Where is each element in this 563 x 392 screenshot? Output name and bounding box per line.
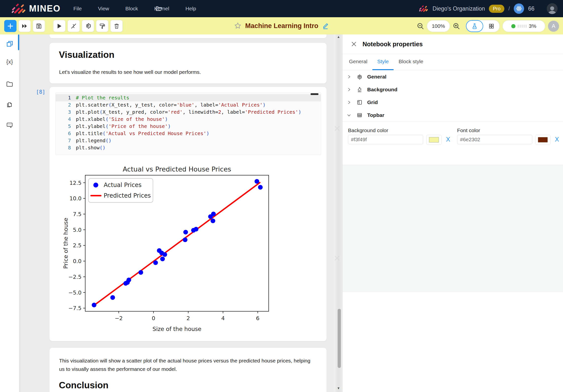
scrollbar-thumb[interactable] <box>338 309 341 368</box>
tab-block-style[interactable]: Block style <box>394 54 428 70</box>
font-color-input[interactable] <box>457 135 532 144</box>
save-button[interactable] <box>33 20 45 32</box>
svg-text:0.0: 0.0 <box>73 258 82 264</box>
code-line[interactable]: 6plt.title('Actual vs Predicted House Pr… <box>56 130 321 137</box>
code-editor[interactable]: 1# Plot the results2plt.scatter(X_test, … <box>55 93 321 155</box>
panel-resize-handle-icon[interactable]: ⤫ <box>335 255 339 262</box>
menu-item-help[interactable]: Help <box>185 6 196 12</box>
favorite-star-icon[interactable] <box>234 22 242 30</box>
font-color-swatch <box>538 137 548 142</box>
usage-bars-icon <box>518 25 527 28</box>
save-icon <box>36 23 42 29</box>
svg-text:6: 6 <box>256 315 260 321</box>
svg-text:Price of the house: Price of the house <box>63 218 69 269</box>
text-block-outro[interactable]: This visualization will show a scatter p… <box>49 347 327 392</box>
org-name[interactable]: Diego's Organization <box>432 5 485 12</box>
org-logo-icon <box>419 4 429 14</box>
menu-item-file[interactable]: File <box>73 6 82 12</box>
run-all-button[interactable] <box>18 20 31 32</box>
line-number: 8 <box>56 144 76 151</box>
svg-text:−2.5: −2.5 <box>68 274 82 280</box>
svg-text:5.0: 5.0 <box>73 227 82 233</box>
svg-text:12.5: 12.5 <box>69 180 82 186</box>
background-color-input[interactable] <box>348 135 423 144</box>
run-block-button[interactable] <box>53 20 66 32</box>
code-text: # Plot the results <box>76 94 129 101</box>
code-line[interactable]: 2plt.scatter(X_test, y_test, color='blue… <box>56 101 321 109</box>
kernel-status-dot <box>511 24 515 28</box>
editor-scrollbar-thumb[interactable] <box>311 93 318 95</box>
section-heading: Visualization <box>59 50 115 60</box>
background-color-swatch <box>429 137 439 142</box>
tab-style[interactable]: Style <box>372 54 394 70</box>
plan-badge: Pro <box>489 5 504 13</box>
fast-forward-icon <box>21 23 28 29</box>
section-topbar[interactable]: Topbar <box>343 109 563 122</box>
zoom-in-icon[interactable] <box>453 22 460 30</box>
panel-resize-handle-icon[interactable]: ⤫ <box>335 125 339 132</box>
code-block-card[interactable]: 1# Plot the results2plt.scatter(X_test, … <box>49 87 327 341</box>
disconnect-button[interactable] <box>67 20 80 32</box>
text-block[interactable]: Visualization Let's visualize the result… <box>49 43 327 84</box>
code-line[interactable]: 3plt.plot(X_test, y_pred, color='red', l… <box>56 109 321 116</box>
scroll-down-arrow[interactable]: ▼ <box>337 386 340 390</box>
menu-item-view[interactable]: View <box>98 6 109 12</box>
zoom-level[interactable]: 100% <box>427 20 450 32</box>
document-title: Machine Learning Intro <box>245 22 318 30</box>
theme-button[interactable] <box>96 20 108 32</box>
zoom-out-icon[interactable] <box>417 22 424 30</box>
svg-text:2.5: 2.5 <box>73 242 82 249</box>
gear-icon <box>85 23 91 29</box>
code-line[interactable]: 7plt.legend() <box>56 137 321 144</box>
lab-view-button[interactable] <box>466 20 483 32</box>
svg-text:0: 0 <box>152 315 155 321</box>
delete-button[interactable] <box>110 20 123 32</box>
topbar-section-body: Background color X Font color X <box>343 123 563 165</box>
grid-view-icon <box>488 23 494 29</box>
line-number: 4 <box>56 116 76 123</box>
scroll-up-arrow[interactable]: ▲ <box>337 35 340 39</box>
svg-text:−7.5: −7.5 <box>68 305 82 311</box>
background-color-swatch-button[interactable] <box>426 135 442 145</box>
add-block-button[interactable] <box>4 20 17 32</box>
sidebar-item-files[interactable] <box>4 79 15 90</box>
sidebar-item-pages[interactable] <box>4 99 15 110</box>
sidebar-item-variables[interactable]: {x} <box>4 56 15 67</box>
close-panel-icon[interactable] <box>351 41 357 47</box>
svg-text:Size of the house: Size of the house <box>152 326 201 332</box>
clear-font-color-icon[interactable]: X <box>555 136 559 143</box>
previous-block-edge <box>49 34 327 38</box>
section-background[interactable]: Background <box>343 83 563 96</box>
paint-roller-icon <box>99 23 105 29</box>
brand-wordmark: MINEO <box>29 3 61 14</box>
code-line[interactable]: 8plt.show() <box>56 144 321 151</box>
cell-output-plot: −20246−7.5−5.0−2.50.02.55.07.510.012.5Ac… <box>62 161 270 335</box>
chevron-right-icon <box>346 75 352 79</box>
open-folder-icon[interactable] <box>156 5 163 12</box>
settings-button[interactable] <box>82 20 94 32</box>
kernel-usage-pill[interactable]: 3% <box>502 20 545 32</box>
code-text: plt.scatter(X_test, y_test, color='blue'… <box>76 101 266 109</box>
section-grid[interactable]: Grid <box>343 96 563 109</box>
tab-general[interactable]: General <box>344 54 372 70</box>
section-general[interactable]: General <box>343 70 563 83</box>
sidebar-item-blocks[interactable] <box>4 38 15 49</box>
panel-header: Notebook properties <box>343 34 563 54</box>
svg-text:Actual vs Predicted House Pric: Actual vs Predicted House Prices <box>123 165 231 173</box>
svg-text:4: 4 <box>221 315 225 321</box>
user-avatar[interactable] <box>547 3 558 14</box>
collaborator-avatar[interactable]: A <box>548 21 559 32</box>
code-line[interactable]: 1# Plot the results <box>56 94 321 101</box>
clear-background-color-icon[interactable]: X <box>446 136 450 143</box>
atom-credits-icon[interactable] <box>514 3 524 14</box>
sidebar-item-comments[interactable] <box>4 120 15 130</box>
font-color-swatch-button[interactable] <box>535 135 550 145</box>
app-view-button[interactable] <box>483 20 499 32</box>
code-line[interactable]: 5plt.ylabel('Price of the house') <box>56 123 321 130</box>
flask-icon <box>471 23 478 29</box>
line-number: 2 <box>56 101 76 109</box>
menu-item-block[interactable]: Block <box>125 6 138 12</box>
code-text: plt.title('Actual vs Predicted House Pri… <box>76 130 209 137</box>
code-line[interactable]: 4plt.xlabel('Size of the house') <box>56 116 321 123</box>
edit-title-pencil-icon[interactable] <box>322 22 329 30</box>
